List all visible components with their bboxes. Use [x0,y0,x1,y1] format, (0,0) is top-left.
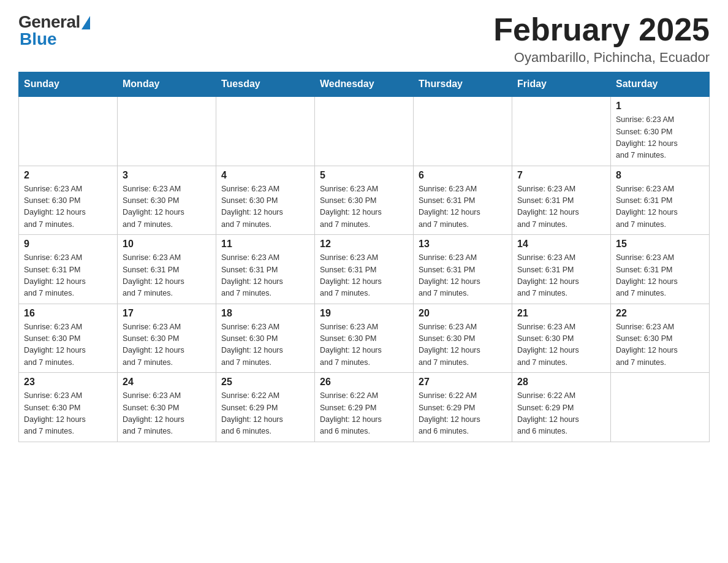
calendar-cell: 1Sunrise: 6:23 AMSunset: 6:30 PMDaylight… [611,96,710,166]
day-info: Sunrise: 6:22 AMSunset: 6:29 PMDaylight:… [419,390,507,438]
calendar-cell: 13Sunrise: 6:23 AMSunset: 6:31 PMDayligh… [414,235,512,304]
calendar-cell: 9Sunrise: 6:23 AMSunset: 6:31 PMDaylight… [19,235,118,304]
day-number: 14 [517,239,605,250]
day-number: 5 [320,170,408,181]
day-number: 6 [419,170,507,181]
weekday-header-tuesday: Tuesday [216,72,315,97]
calendar-cell: 10Sunrise: 6:23 AMSunset: 6:31 PMDayligh… [118,235,216,304]
day-number: 28 [517,377,605,388]
calendar-week-row: 9Sunrise: 6:23 AMSunset: 6:31 PMDaylight… [19,235,710,304]
day-info: Sunrise: 6:23 AMSunset: 6:30 PMDaylight:… [419,321,507,369]
day-number: 23 [24,377,112,388]
day-number: 18 [221,308,309,319]
calendar-cell [118,96,216,166]
day-number: 19 [320,308,408,319]
day-number: 21 [517,308,605,319]
day-info: Sunrise: 6:22 AMSunset: 6:29 PMDaylight:… [221,390,309,438]
weekday-header-saturday: Saturday [611,72,710,97]
calendar-cell [19,96,118,166]
day-number: 16 [24,308,112,319]
day-info: Sunrise: 6:23 AMSunset: 6:31 PMDaylight:… [616,252,704,300]
day-info: Sunrise: 6:23 AMSunset: 6:31 PMDaylight:… [320,252,408,300]
calendar-cell: 6Sunrise: 6:23 AMSunset: 6:31 PMDaylight… [414,166,512,235]
day-number: 15 [616,239,704,250]
weekday-header-sunday: Sunday [19,72,118,97]
calendar-subtitle: Oyambarillo, Pichincha, Ecuador [493,50,710,66]
calendar-table: SundayMondayTuesdayWednesdayThursdayFrid… [18,72,710,442]
calendar-week-row: 16Sunrise: 6:23 AMSunset: 6:30 PMDayligh… [19,304,710,373]
calendar-cell [414,96,512,166]
calendar-cell: 19Sunrise: 6:23 AMSunset: 6:30 PMDayligh… [315,304,414,373]
calendar-week-row: 2Sunrise: 6:23 AMSunset: 6:30 PMDaylight… [19,166,710,235]
day-number: 9 [24,239,112,250]
logo: General Blue [18,12,90,49]
calendar-cell: 28Sunrise: 6:22 AMSunset: 6:29 PMDayligh… [512,373,611,442]
day-info: Sunrise: 6:23 AMSunset: 6:31 PMDaylight:… [123,252,211,300]
weekday-header-monday: Monday [118,72,216,97]
calendar-cell: 7Sunrise: 6:23 AMSunset: 6:31 PMDaylight… [512,166,611,235]
day-info: Sunrise: 6:23 AMSunset: 6:31 PMDaylight:… [419,183,507,231]
calendar-title: February 2025 [493,12,710,47]
logo-blue-text: Blue [18,29,57,49]
calendar-cell [216,96,315,166]
calendar-cell: 27Sunrise: 6:22 AMSunset: 6:29 PMDayligh… [414,373,512,442]
day-number: 7 [517,170,605,181]
day-number: 13 [419,239,507,250]
weekday-header-row: SundayMondayTuesdayWednesdayThursdayFrid… [19,72,710,97]
calendar-cell [315,96,414,166]
day-number: 26 [320,377,408,388]
day-number: 1 [616,101,704,112]
calendar-cell: 2Sunrise: 6:23 AMSunset: 6:30 PMDaylight… [19,166,118,235]
day-info: Sunrise: 6:23 AMSunset: 6:30 PMDaylight:… [221,183,309,231]
day-info: Sunrise: 6:23 AMSunset: 6:30 PMDaylight:… [616,114,704,162]
day-number: 17 [123,308,211,319]
calendar-cell: 11Sunrise: 6:23 AMSunset: 6:31 PMDayligh… [216,235,315,304]
day-info: Sunrise: 6:23 AMSunset: 6:30 PMDaylight:… [123,321,211,369]
calendar-cell: 25Sunrise: 6:22 AMSunset: 6:29 PMDayligh… [216,373,315,442]
calendar-week-row: 1Sunrise: 6:23 AMSunset: 6:30 PMDaylight… [19,96,710,166]
calendar-cell: 17Sunrise: 6:23 AMSunset: 6:30 PMDayligh… [118,304,216,373]
day-info: Sunrise: 6:23 AMSunset: 6:31 PMDaylight:… [221,252,309,300]
calendar-cell [611,373,710,442]
day-info: Sunrise: 6:23 AMSunset: 6:31 PMDaylight:… [24,252,112,300]
day-number: 12 [320,239,408,250]
calendar-cell: 8Sunrise: 6:23 AMSunset: 6:31 PMDaylight… [611,166,710,235]
day-number: 24 [123,377,211,388]
day-info: Sunrise: 6:23 AMSunset: 6:30 PMDaylight:… [24,183,112,231]
calendar-cell: 4Sunrise: 6:23 AMSunset: 6:30 PMDaylight… [216,166,315,235]
day-number: 4 [221,170,309,181]
day-info: Sunrise: 6:23 AMSunset: 6:31 PMDaylight:… [517,183,605,231]
calendar-cell: 23Sunrise: 6:23 AMSunset: 6:30 PMDayligh… [19,373,118,442]
calendar-cell: 15Sunrise: 6:23 AMSunset: 6:31 PMDayligh… [611,235,710,304]
day-info: Sunrise: 6:23 AMSunset: 6:31 PMDaylight:… [517,252,605,300]
day-info: Sunrise: 6:23 AMSunset: 6:30 PMDaylight:… [517,321,605,369]
day-info: Sunrise: 6:23 AMSunset: 6:30 PMDaylight:… [24,321,112,369]
calendar-cell: 5Sunrise: 6:23 AMSunset: 6:30 PMDaylight… [315,166,414,235]
calendar-cell: 12Sunrise: 6:23 AMSunset: 6:31 PMDayligh… [315,235,414,304]
day-info: Sunrise: 6:23 AMSunset: 6:31 PMDaylight:… [616,183,704,231]
day-number: 3 [123,170,211,181]
day-number: 10 [123,239,211,250]
day-info: Sunrise: 6:22 AMSunset: 6:29 PMDaylight:… [320,390,408,438]
calendar-cell: 22Sunrise: 6:23 AMSunset: 6:30 PMDayligh… [611,304,710,373]
logo-triangle-icon [82,16,90,29]
weekday-header-wednesday: Wednesday [315,72,414,97]
day-info: Sunrise: 6:22 AMSunset: 6:29 PMDaylight:… [517,390,605,438]
day-info: Sunrise: 6:23 AMSunset: 6:31 PMDaylight:… [419,252,507,300]
day-number: 20 [419,308,507,319]
day-info: Sunrise: 6:23 AMSunset: 6:30 PMDaylight:… [221,321,309,369]
calendar-cell: 3Sunrise: 6:23 AMSunset: 6:30 PMDaylight… [118,166,216,235]
day-number: 11 [221,239,309,250]
calendar-cell: 20Sunrise: 6:23 AMSunset: 6:30 PMDayligh… [414,304,512,373]
day-number: 22 [616,308,704,319]
day-number: 25 [221,377,309,388]
calendar-cell: 26Sunrise: 6:22 AMSunset: 6:29 PMDayligh… [315,373,414,442]
day-info: Sunrise: 6:23 AMSunset: 6:30 PMDaylight:… [123,390,211,438]
calendar-cell [512,96,611,166]
day-number: 8 [616,170,704,181]
calendar-cell: 18Sunrise: 6:23 AMSunset: 6:30 PMDayligh… [216,304,315,373]
calendar-cell: 14Sunrise: 6:23 AMSunset: 6:31 PMDayligh… [512,235,611,304]
day-number: 27 [419,377,507,388]
calendar-cell: 16Sunrise: 6:23 AMSunset: 6:30 PMDayligh… [19,304,118,373]
day-info: Sunrise: 6:23 AMSunset: 6:30 PMDaylight:… [123,183,211,231]
